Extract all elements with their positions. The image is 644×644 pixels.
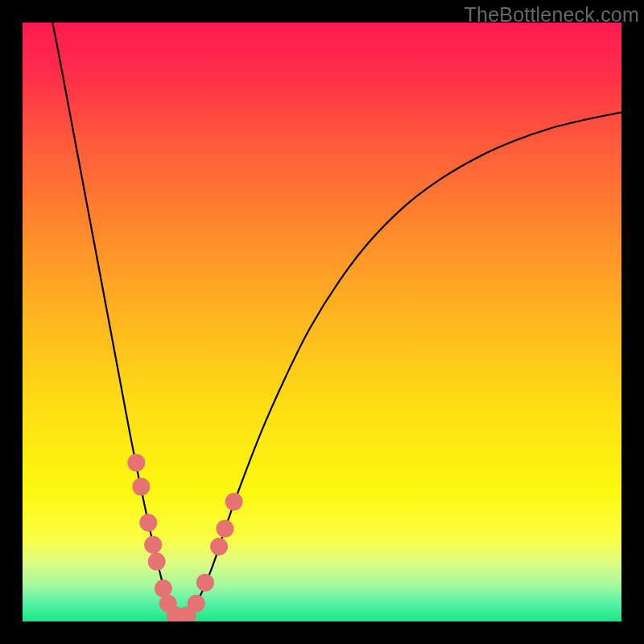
marker-dot [132, 478, 150, 496]
marker-dot [210, 538, 228, 555]
marker-dot [225, 493, 243, 510]
marker-dot [155, 580, 172, 597]
plot-area [23, 23, 621, 621]
marker-dot [148, 553, 166, 571]
marker-dot [196, 574, 214, 592]
marker-dot [127, 454, 145, 472]
marker-dot [216, 520, 233, 538]
chart-background [23, 23, 621, 621]
chart-svg [23, 23, 621, 621]
marker-dot [188, 595, 205, 613]
marker-dot [144, 536, 162, 554]
chart-frame: TheBottleneck.com [0, 0, 644, 644]
marker-dot [139, 514, 157, 531]
watermark-text: TheBottleneck.com [464, 3, 639, 27]
